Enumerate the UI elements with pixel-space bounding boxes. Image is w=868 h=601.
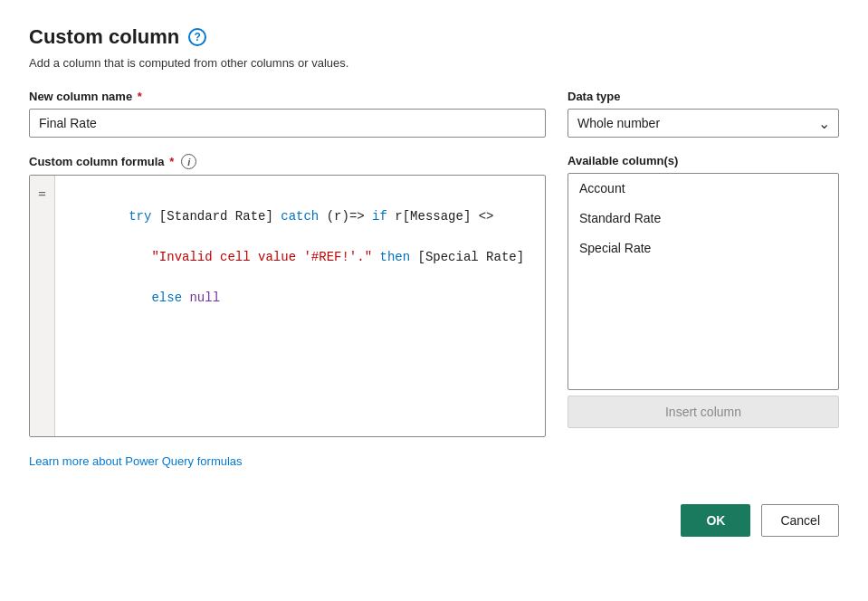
column-name-group: New column name *	[29, 90, 546, 138]
formula-label: Custom column formula *	[29, 155, 174, 168]
formula-row: Custom column formula * i = try [Standar…	[29, 154, 839, 437]
formula-content[interactable]: try [Standard Rate] catch (r)=> if r[Mes…	[55, 176, 545, 436]
data-type-select-wrapper: Whole number ⌄	[568, 109, 839, 138]
footer-row: OK Cancel	[29, 504, 839, 537]
available-columns-label: Available column(s)	[568, 154, 839, 167]
column-item-standard-rate[interactable]: Standard Rate	[568, 204, 838, 234]
dialog-title: Custom column	[29, 25, 179, 49]
top-form-row: New column name * Data type Whole number…	[29, 90, 839, 138]
info-icon[interactable]: i	[181, 154, 196, 169]
column-item-special-rate[interactable]: Special Rate	[568, 234, 838, 263]
formula-gutter: =	[30, 176, 55, 436]
available-columns-group: Available column(s) Account Standard Rat…	[568, 154, 839, 428]
learn-more-link[interactable]: Learn more about Power Query formulas	[29, 454, 243, 468]
data-type-group: Data type Whole number ⌄	[568, 90, 839, 138]
formula-label-row: Custom column formula * i	[29, 154, 546, 169]
insert-column-button: Insert column	[568, 396, 839, 428]
formula-group: Custom column formula * i = try [Standar…	[29, 154, 546, 437]
required-star-name: *	[134, 90, 142, 103]
help-icon[interactable]: ?	[188, 28, 206, 46]
data-type-label: Data type	[568, 90, 839, 103]
columns-list: Account Standard Rate Special Rate	[568, 173, 839, 390]
cancel-button[interactable]: Cancel	[761, 504, 839, 537]
required-star-formula: *	[167, 155, 175, 168]
formula-editor[interactable]: = try [Standard Rate] catch (r)=> if r[M…	[29, 175, 546, 437]
ok-button[interactable]: OK	[681, 504, 750, 537]
data-type-select[interactable]: Whole number	[568, 109, 839, 138]
column-name-input[interactable]	[29, 109, 546, 138]
column-name-label: New column name *	[29, 90, 546, 103]
column-item-account[interactable]: Account	[568, 174, 838, 204]
dialog-title-row: Custom column ?	[29, 25, 839, 49]
dialog-subtitle: Add a column that is computed from other…	[29, 56, 839, 70]
